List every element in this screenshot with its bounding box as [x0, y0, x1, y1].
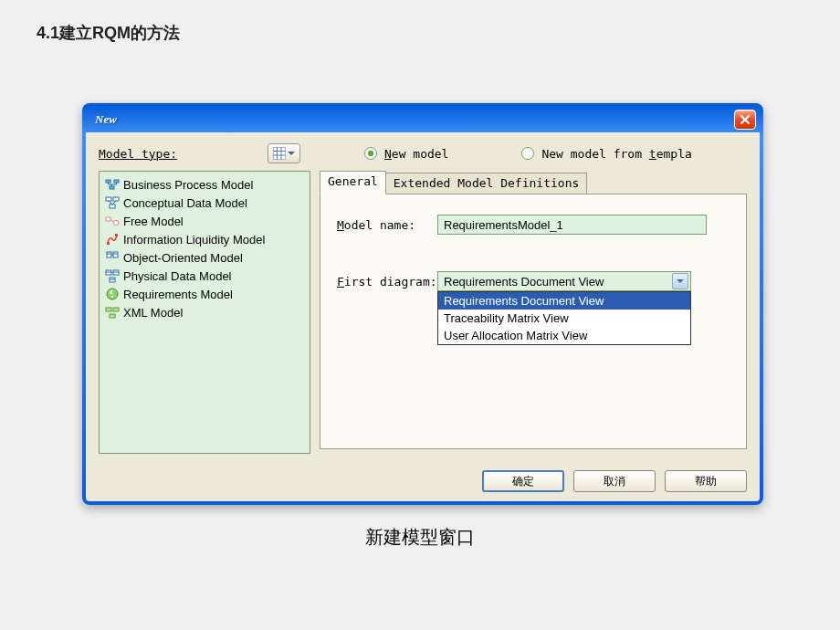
list-item[interactable]: XML Model [101, 303, 308, 321]
dialog-titlebar[interactable]: New [86, 107, 760, 132]
svg-rect-16 [107, 242, 110, 245]
list-item[interactable]: Requirements Model [101, 285, 308, 303]
svg-rect-30 [106, 308, 111, 311]
list-item[interactable]: Free Model [101, 212, 308, 230]
tab-extended-definitions[interactable]: Extended Model Definitions [386, 173, 588, 194]
figure-caption: 新建模型窗口 [0, 525, 840, 550]
ilm-icon [105, 232, 120, 247]
xml-icon [105, 305, 120, 320]
dropdown-item[interactable]: Traceability Matrix View [438, 310, 690, 327]
list-label: XML Model [123, 306, 183, 320]
dropdown-item[interactable]: User Allocation Matrix View [438, 327, 690, 344]
svg-line-11 [109, 201, 112, 205]
dropdown-selected[interactable]: Requirements Document View [437, 271, 691, 291]
svg-point-29 [107, 289, 118, 299]
new-model-dialog: New Model type: New model New model from… [82, 103, 763, 505]
dialog-button-row: 确定 取消 帮助 [482, 470, 747, 492]
svg-rect-32 [110, 314, 115, 318]
svg-line-12 [112, 201, 116, 205]
close-icon [740, 114, 751, 125]
tab-general[interactable]: General [320, 171, 386, 194]
dropdown-list: Requirements Document View Traceability … [437, 291, 691, 345]
list-label: Object-Oriented Model [123, 251, 243, 265]
oom-icon [105, 250, 120, 265]
top-controls-row: Model type: New model New model from tem… [99, 142, 747, 165]
svg-rect-8 [106, 197, 111, 201]
first-diagram-dropdown[interactable]: Requirements Document View Requirements … [437, 271, 691, 291]
svg-rect-6 [114, 180, 119, 183]
rqm-icon [105, 287, 120, 301]
svg-rect-5 [106, 180, 110, 183]
view-mode-button[interactable] [268, 143, 300, 163]
radio-new-from-template[interactable]: New model from templa [521, 147, 691, 161]
chevron-down-icon [677, 279, 684, 283]
svg-rect-31 [113, 308, 119, 311]
list-item[interactable]: Information Liquidity Model [101, 230, 308, 248]
dialog-body: Model type: New model New model from tem… [86, 132, 760, 501]
model-type-label: Model type: [99, 147, 268, 161]
svg-rect-18 [107, 252, 111, 257]
svg-rect-0 [273, 147, 286, 160]
svg-rect-7 [110, 186, 114, 189]
chevron-down-icon [288, 152, 295, 155]
dialog-title: New [95, 112, 117, 127]
radio-icon [521, 147, 534, 160]
list-label: Information Liquidity Model [123, 233, 265, 247]
tab-content-general: Model name: First diagram: Requirements … [320, 194, 747, 449]
model-name-label: Model name: [337, 218, 437, 232]
right-panel: General Extended Model Definitions Model… [320, 171, 747, 454]
svg-rect-13 [106, 217, 110, 221]
first-diagram-row: First diagram: Requirements Document Vie… [337, 271, 730, 291]
tab-strip: General Extended Model Definitions [320, 171, 747, 194]
list-item[interactable]: Physical Data Model [101, 267, 308, 285]
close-button[interactable] [734, 110, 756, 130]
svg-rect-17 [115, 234, 118, 236]
svg-point-14 [113, 221, 119, 226]
pdm-icon [105, 268, 120, 283]
dropdown-item[interactable]: Requirements Document View [438, 292, 690, 310]
radio-new-model[interactable]: New model [364, 147, 448, 161]
dropdown-value: Requirements Document View [444, 275, 604, 289]
radio-icon [364, 147, 377, 160]
radio-new-label: New model [384, 147, 448, 161]
bpm-icon [105, 177, 120, 192]
list-label: Physical Data Model [123, 269, 232, 283]
list-label: Free Model [123, 215, 184, 228]
list-item[interactable]: Object-Oriented Model [101, 248, 308, 267]
model-name-input[interactable] [437, 215, 707, 235]
svg-rect-9 [113, 197, 119, 201]
list-item[interactable]: Business Process Model [101, 175, 308, 194]
list-label: Conceptual Data Model [123, 196, 247, 210]
cancel-button[interactable]: 取消 [573, 470, 656, 492]
list-label: Business Process Model [123, 178, 253, 192]
cdm-icon [105, 195, 120, 210]
dropdown-toggle[interactable] [672, 273, 688, 289]
list-label: Requirements Model [123, 288, 233, 301]
free-model-icon [105, 214, 120, 228]
first-diagram-label: First diagram: [337, 275, 437, 289]
radio-template-label: New model from templa [541, 147, 691, 161]
svg-rect-19 [113, 252, 118, 257]
model-name-row: Model name: [337, 215, 730, 235]
page-heading: 4.1建立RQM的方法 [37, 22, 180, 44]
svg-rect-10 [110, 205, 115, 208]
ok-button[interactable]: 确定 [482, 470, 564, 492]
help-button[interactable]: 帮助 [665, 470, 747, 492]
list-item[interactable]: Conceptual Data Model [101, 194, 308, 212]
grid-icon [273, 147, 286, 160]
main-content-row: Business Process Model Conceptual Data M… [99, 171, 747, 454]
model-type-list[interactable]: Business Process Model Conceptual Data M… [99, 171, 310, 454]
